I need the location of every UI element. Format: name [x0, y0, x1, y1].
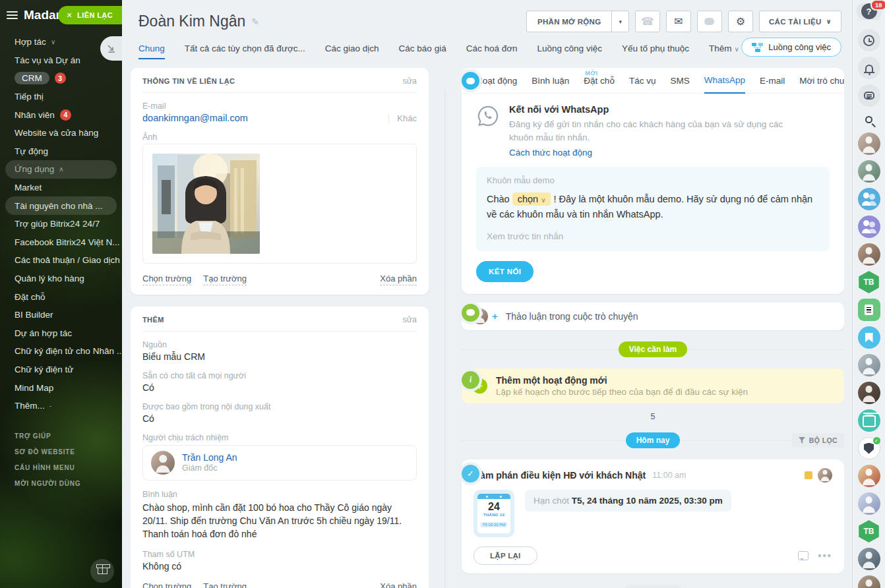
placeholder-select[interactable]: chọn∨: [512, 192, 551, 206]
how-it-works-link[interactable]: Cách thức hoạt động: [509, 148, 799, 158]
sidebar-item-marketing[interactable]: Tiếp thị: [0, 88, 122, 106]
task-title[interactable]: Đàm phán điều kiện HĐ với khách Nhật: [473, 470, 646, 481]
security-shield-icon[interactable]: [858, 437, 880, 459]
calendar-icon[interactable]: [858, 409, 880, 432]
tab[interactable]: Các hoá đơn: [466, 44, 518, 59]
user-avatar[interactable]: [858, 575, 880, 588]
more-options-icon[interactable]: •••: [818, 553, 832, 558]
workflow-pill-button[interactable]: Luồng công việc: [741, 38, 841, 57]
extension-dropdown-caret[interactable]: ▾: [612, 18, 628, 25]
activity-tab[interactable]: MỚIĐặt chỗ: [584, 68, 615, 94]
sidebar-item-support[interactable]: Trợ giúp Bitrix24 24/7: [0, 215, 122, 233]
sidebar-footer-link[interactable]: CẤU HÌNH MENU: [0, 459, 122, 475]
create-field-link[interactable]: Tạo trường: [203, 581, 247, 588]
sidebar-item-booking[interactable]: Đặt chỗ: [0, 287, 122, 306]
delete-section-link[interactable]: Xóa phần: [380, 273, 417, 285]
discussion-row[interactable]: + Thảo luận trong cuộc trò chuyện: [462, 303, 844, 330]
sidebar-item-dev-resources[interactable]: Tài nguyên cho nhà ...: [5, 196, 117, 215]
todo-badge[interactable]: Việc cần làm: [619, 341, 688, 357]
tab[interactable]: Chung: [138, 44, 165, 59]
sidebar-item-more[interactable]: Thêm... -: [0, 397, 122, 415]
extension-button[interactable]: PHẦN MỞ RỘNG ▾: [526, 11, 629, 32]
sidebar-item-facebook[interactable]: Facebook Bitrix24 Việt N...: [0, 233, 122, 252]
user-avatar[interactable]: [858, 382, 880, 404]
tab[interactable]: Luồng công việc: [537, 44, 602, 59]
search-button[interactable]: [865, 109, 872, 130]
user-avatar: [818, 468, 832, 483]
user-avatar[interactable]: [858, 160, 880, 183]
user-avatar[interactable]: [858, 492, 880, 515]
sidebar-footer-link[interactable]: MỜI NGƯỜI DÙNG: [0, 475, 122, 491]
initials-badge[interactable]: TB: [858, 520, 880, 543]
initials-badge[interactable]: TB: [858, 271, 880, 293]
tab[interactable]: Các giao dịch: [325, 44, 379, 59]
sidebar-footer-link[interactable]: SƠ ĐỒ WEBSITE: [0, 444, 122, 459]
activity-tab[interactable]: Mời trò chuyện: [799, 68, 844, 94]
activity-tab[interactable]: Tác vụ: [629, 68, 656, 94]
email-button[interactable]: ✉: [666, 11, 691, 32]
repeat-button[interactable]: LẶP LẠI: [473, 546, 537, 565]
documents-button[interactable]: CÁC TÀI LIỆU ∨: [759, 11, 841, 32]
edit-section-link[interactable]: sửa: [402, 76, 417, 86]
sidebar-item-crm[interactable]: CRM 3: [0, 69, 122, 88]
chat-button[interactable]: [697, 11, 722, 32]
responsible-person[interactable]: Trần Long An Giám đốc: [142, 445, 417, 481]
activity-tab[interactable]: Hoạt động: [476, 68, 517, 94]
tab[interactable]: Thêm∨: [709, 44, 739, 59]
connect-button[interactable]: KẾT NỐI: [476, 261, 534, 282]
notifications-button[interactable]: [858, 57, 880, 79]
sidebar-item-automation[interactable]: Tự động: [0, 142, 122, 161]
sidebar-item-esign-hr[interactable]: Chữ ký điện tử cho Nhân ...: [0, 342, 122, 361]
contact-photo[interactable]: [152, 154, 260, 254]
menu-icon[interactable]: [7, 11, 18, 20]
choose-field-link[interactable]: Chọn trường: [142, 273, 191, 285]
tab[interactable]: Tất cả các tùy chọn đã được...: [185, 44, 305, 59]
tab[interactable]: Yếu tố phụ thuộc: [622, 44, 689, 59]
activity-tab[interactable]: Bình luận: [532, 68, 569, 94]
sidebar-item-bi-builder[interactable]: BI Builder: [0, 306, 122, 324]
activity-tab[interactable]: E-mail: [760, 68, 785, 94]
call-button[interactable]: ☎: [635, 11, 660, 32]
sidebar-item-inventory[interactable]: Quản lý kho hàng: [0, 270, 122, 288]
messenger-button[interactable]: [858, 84, 880, 107]
contact-button[interactable]: ✕ LIÊN LẠC: [58, 6, 122, 24]
sidebar-item-market[interactable]: Market: [0, 179, 122, 197]
sidebar-footer-link[interactable]: TRỢ GIÚP: [0, 428, 122, 444]
user-avatar[interactable]: [858, 132, 880, 155]
sidebar-item-deals[interactable]: Các thoả thuận / Giao dịch: [0, 251, 122, 270]
settings-button[interactable]: ⚙: [728, 11, 753, 32]
users-group-icon[interactable]: [858, 188, 880, 210]
responsible-name[interactable]: Trần Long An: [182, 452, 237, 463]
delete-section-link[interactable]: Xóa phần: [380, 581, 417, 588]
user-avatar[interactable]: [858, 465, 880, 487]
choose-field-link[interactable]: Chọn trường: [142, 581, 191, 588]
user-avatar[interactable]: [858, 548, 880, 570]
edit-title-icon[interactable]: ✎: [251, 16, 259, 27]
gift-button[interactable]: [90, 559, 114, 583]
sidebar-item-employees[interactable]: Nhân viên 4: [0, 105, 122, 124]
sidebar-item-esign[interactable]: Chữ ký điện tử: [0, 361, 122, 379]
filter-button[interactable]: BỘ LỌC: [792, 433, 844, 448]
collapse-sidebar-button[interactable]: [100, 36, 122, 61]
create-field-link[interactable]: Tạo trường: [203, 273, 247, 285]
history-button[interactable]: [858, 29, 880, 51]
today-badge[interactable]: Hôm nay: [626, 432, 681, 448]
sidebar-item-mindmap[interactable]: Mind Map: [0, 378, 122, 397]
sidebar-item-sites[interactable]: Website và cửa hàng: [0, 124, 122, 142]
sidebar-item-apps[interactable]: Ứng dụng ∧: [5, 160, 117, 179]
add-activity-card[interactable]: + Thêm một hoạt động mới Lập kế hoạch ch…: [462, 368, 844, 403]
tab[interactable]: Các báo giá: [399, 44, 446, 59]
user-avatar[interactable]: [858, 354, 880, 376]
email-type-selector[interactable]: Khác: [388, 113, 417, 123]
edit-section-link[interactable]: sửa: [402, 315, 417, 324]
user-avatar[interactable]: [858, 243, 880, 266]
activity-tab[interactable]: WhatsApp: [704, 68, 745, 94]
contact-email-value[interactable]: doankimngan@mail.com: [142, 113, 248, 123]
help-button[interactable]: ? 18: [857, 3, 882, 19]
bookmark-icon[interactable]: [858, 326, 880, 349]
users-group-icon[interactable]: [858, 216, 880, 238]
document-icon[interactable]: [858, 299, 880, 321]
activity-tab[interactable]: SMS: [670, 68, 689, 94]
comment-icon[interactable]: [798, 551, 809, 560]
sidebar-item-collab-projects[interactable]: Dự án hợp tác: [0, 324, 122, 343]
